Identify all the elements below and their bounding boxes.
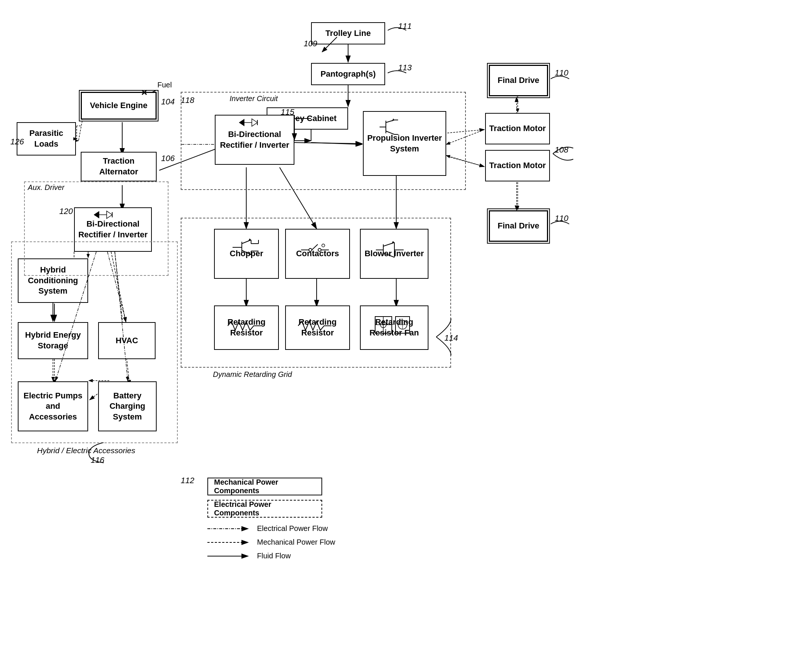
mechanical-legend-box: Mechanical Power Components: [207, 477, 322, 495]
blower-inv-icon: [374, 239, 409, 263]
brace-113: [386, 65, 408, 82]
brace-114: [433, 315, 470, 359]
svg-point-49: [322, 244, 325, 247]
arrow-109: [304, 33, 341, 63]
svg-marker-37: [248, 238, 251, 241]
electrical-legend-box: Electrical Power Components: [207, 500, 322, 518]
ref-115: 115: [281, 108, 294, 117]
legend-area: Mechanical Power Components Electrical P…: [207, 477, 466, 560]
chopper-icon: [229, 236, 262, 260]
inverter-circuit-label: Inverter Circuit: [230, 95, 278, 103]
ref-106: 106: [161, 154, 175, 163]
ref-112: 112: [181, 476, 195, 486]
svg-marker-76: [392, 119, 394, 121]
svg-point-45: [309, 248, 312, 251]
svg-line-77: [386, 131, 394, 134]
contactors-icon: [299, 239, 333, 261]
mech-flow-line: [207, 539, 252, 546]
fuel-cutoff-symbol: ✕: [141, 88, 147, 98]
ref-120: 120: [59, 207, 73, 216]
brace-116: [82, 442, 126, 465]
ret-res-fan-icon: [370, 313, 414, 342]
parasitic-loads-box: Parasitic Loads: [17, 122, 76, 156]
brace-110-top: [549, 70, 571, 88]
brace-111: [386, 23, 408, 38]
diagram: Trolley Line Pantograph(s) Trolley Cabin…: [0, 0, 801, 672]
aux-driver-label: Aux. Driver: [28, 183, 64, 192]
final-drive-top-box: Final Drive: [489, 65, 548, 96]
final-drive-bot-box: Final Drive: [489, 210, 548, 242]
svg-marker-71: [252, 119, 257, 126]
ref-126: 126: [10, 137, 24, 146]
svg-marker-65: [94, 211, 99, 219]
hybrid-electric-region: [11, 241, 178, 443]
fluid-flow-label: Fluid Flow: [257, 551, 291, 560]
svg-line-30: [322, 37, 337, 52]
bi-dir-left-symbol: [92, 209, 114, 220]
pantographs-box: Pantograph(s): [311, 63, 385, 85]
propulsion-inv-symbol: [378, 117, 400, 137]
fluid-flow-line: [207, 552, 252, 560]
svg-marker-69: [239, 119, 244, 126]
svg-marker-53: [391, 241, 394, 244]
traction-motor-bot-box: Traction Motor: [485, 150, 550, 182]
elec-flow-label: Electrical Power Flow: [257, 524, 328, 533]
bi-dir-right-symbol: [237, 117, 259, 128]
ref-104: 104: [161, 97, 175, 107]
elec-flow-line: [207, 525, 252, 532]
dynamic-retarding-label: Dynamic Retarding Grid: [213, 370, 292, 379]
svg-point-47: [318, 248, 321, 251]
brace-108: [551, 141, 575, 167]
ret-res-2-icon: [296, 318, 333, 333]
svg-marker-67: [107, 211, 112, 219]
ref-118: 118: [181, 95, 195, 105]
inverter-circuit-region: [181, 92, 466, 190]
svg-line-38: [242, 250, 251, 255]
traction-motor-top-box: Traction Motor: [485, 113, 550, 145]
fuel-label: Fuel: [158, 81, 172, 89]
brace-110-bot: [549, 215, 571, 233]
svg-line-54: [383, 253, 394, 257]
svg-line-46: [312, 244, 318, 250]
traction-alternator-box: Traction Alternator: [81, 152, 157, 182]
mech-flow-label: Mechanical Power Flow: [257, 538, 335, 547]
ret-res-1-icon: [226, 318, 263, 333]
